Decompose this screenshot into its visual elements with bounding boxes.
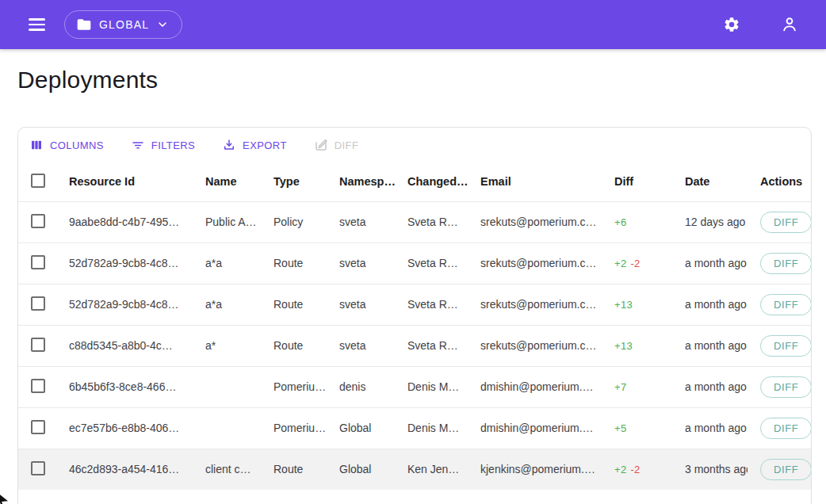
row-diff-button[interactable]: DIFF bbox=[760, 294, 811, 315]
column-header-name[interactable]: Name bbox=[193, 162, 261, 201]
row-diff-button[interactable]: DIFF bbox=[760, 418, 811, 439]
filters-button[interactable]: FILTERS bbox=[131, 138, 195, 152]
cell-changed-by: Denis M… bbox=[395, 366, 468, 407]
cell-diff: +5 bbox=[602, 407, 672, 449]
diff-added: +5 bbox=[614, 422, 626, 434]
table-row[interactable]: 9aabe8dd-c4b7-495… Public A… Policy svet… bbox=[18, 201, 811, 242]
cell-type: Pomeriu… bbox=[261, 366, 327, 407]
table-header-row: Resource Id Name Type Namesp… Changed… E… bbox=[18, 162, 811, 201]
cell-actions: DIFF bbox=[748, 407, 811, 449]
cell-namespace: denis bbox=[327, 366, 395, 407]
table-row[interactable]: 6b45b6f3-8ce8-466… Pomeriu… denis Denis … bbox=[18, 366, 811, 407]
edit-diff-icon bbox=[314, 138, 328, 152]
cell-email: srekuts@pomerium.c… bbox=[468, 201, 602, 242]
cell-diff: +13 bbox=[602, 284, 672, 325]
diff-added: +13 bbox=[614, 299, 633, 311]
menu-icon bbox=[29, 18, 45, 31]
cell-actions: DIFF bbox=[748, 449, 811, 490]
columns-button[interactable]: COLUMNS bbox=[29, 138, 104, 152]
table-row[interactable]: 46c2d893-a454-416… client c… Route Globa… bbox=[18, 449, 811, 490]
cell-resource-id: c88d5345-a8b0-4c… bbox=[56, 325, 193, 366]
diff-added: +13 bbox=[614, 340, 633, 352]
cell-date: a month ago bbox=[672, 284, 748, 325]
cell-name bbox=[193, 366, 261, 407]
cell-name: a* bbox=[193, 325, 261, 366]
account-button[interactable] bbox=[775, 10, 804, 39]
cell-diff: +13 bbox=[602, 325, 672, 366]
row-diff-button[interactable]: DIFF bbox=[760, 335, 811, 357]
column-header-date[interactable]: Date bbox=[672, 162, 748, 201]
row-diff-button[interactable]: DIFF bbox=[760, 376, 811, 398]
cell-type: Pomeriu… bbox=[261, 407, 327, 449]
cell-actions: DIFF bbox=[748, 201, 811, 242]
row-diff-button[interactable]: DIFF bbox=[760, 253, 811, 274]
cell-resource-id: 52d782a9-9cb8-4c8… bbox=[56, 284, 193, 325]
menu-button[interactable] bbox=[24, 13, 50, 36]
export-button[interactable]: EXPORT bbox=[222, 138, 287, 152]
cell-date: a month ago bbox=[672, 407, 748, 449]
row-checkbox[interactable] bbox=[31, 255, 45, 269]
page-title: Deployments bbox=[17, 67, 809, 94]
row-checkbox[interactable] bbox=[31, 379, 45, 393]
cell-namespace: Global bbox=[327, 407, 395, 449]
column-header-type[interactable]: Type bbox=[261, 162, 327, 201]
settings-button[interactable] bbox=[718, 11, 745, 38]
cell-diff: +2-2 bbox=[602, 242, 672, 284]
cell-name: Public A… bbox=[193, 201, 261, 242]
table-row[interactable]: 52d782a9-9cb8-4c8… a*a Route sveta Sveta… bbox=[18, 284, 811, 325]
column-header-diff[interactable]: Diff bbox=[602, 162, 672, 201]
select-all-checkbox[interactable] bbox=[31, 174, 45, 188]
cell-date: a month ago bbox=[672, 366, 748, 407]
folder-icon bbox=[76, 17, 92, 32]
filter-icon bbox=[131, 138, 145, 152]
diff-added: +6 bbox=[614, 216, 626, 228]
column-header-changed-by[interactable]: Changed… bbox=[395, 162, 468, 201]
column-header-namespace[interactable]: Namesp… bbox=[327, 162, 395, 201]
row-checkbox[interactable] bbox=[31, 296, 45, 311]
cell-type: Route bbox=[261, 325, 327, 366]
filters-button-label: FILTERS bbox=[151, 139, 195, 151]
download-icon bbox=[222, 138, 236, 152]
diff-toolbar-button-label: DIFF bbox=[335, 139, 358, 151]
gear-icon bbox=[723, 16, 740, 33]
table-row[interactable]: 52d782a9-9cb8-4c8… a*a Route sveta Sveta… bbox=[18, 242, 811, 284]
grid-toolbar: COLUMNS FILTERS EXPORT DIFF bbox=[18, 128, 811, 162]
cell-actions: DIFF bbox=[748, 366, 811, 407]
namespace-label: GLOBAL bbox=[99, 18, 149, 31]
diff-added: +2 bbox=[614, 258, 626, 269]
columns-icon bbox=[29, 138, 44, 152]
row-checkbox[interactable] bbox=[31, 420, 45, 434]
cell-namespace: sveta bbox=[327, 284, 395, 325]
row-diff-button[interactable]: DIFF bbox=[760, 212, 811, 233]
cell-changed-by: Sveta R… bbox=[395, 284, 468, 325]
namespace-selector[interactable]: GLOBAL bbox=[64, 10, 182, 39]
diff-toolbar-button[interactable]: DIFF bbox=[314, 138, 358, 152]
row-checkbox[interactable] bbox=[31, 338, 45, 352]
columns-button-label: COLUMNS bbox=[50, 139, 104, 151]
cell-actions: DIFF bbox=[748, 284, 811, 325]
column-header-resource-id[interactable]: Resource Id bbox=[56, 162, 193, 201]
cell-name bbox=[193, 407, 261, 449]
cell-namespace: Global bbox=[327, 449, 395, 490]
cell-resource-id: 46c2d893-a454-416… bbox=[56, 449, 193, 490]
cell-changed-by: Sveta R… bbox=[395, 242, 468, 284]
cell-email: dmishin@pomerium.… bbox=[468, 407, 602, 449]
column-header-email[interactable]: Email bbox=[468, 162, 602, 201]
cell-email: kjenkins@pomerium.… bbox=[468, 449, 602, 490]
row-checkbox[interactable] bbox=[31, 461, 45, 475]
cell-changed-by: Sveta R… bbox=[395, 201, 468, 242]
table-row[interactable]: ec7e57b6-e8b8-406… Pomeriu… Global Denis… bbox=[18, 407, 811, 449]
cell-actions: DIFF bbox=[748, 325, 811, 366]
deployments-table: Resource Id Name Type Namesp… Changed… E… bbox=[18, 162, 811, 490]
table-row[interactable]: c88d5345-a8b0-4c… a* Route sveta Sveta R… bbox=[18, 325, 811, 366]
row-checkbox[interactable] bbox=[31, 214, 45, 228]
export-button-label: EXPORT bbox=[243, 139, 287, 151]
column-header-actions[interactable]: Actions bbox=[748, 162, 811, 201]
row-diff-button[interactable]: DIFF bbox=[760, 459, 811, 480]
cell-type: Route bbox=[261, 449, 327, 490]
diff-added: +2 bbox=[614, 464, 626, 475]
cell-email: srekuts@pomerium.c… bbox=[468, 284, 602, 325]
cell-date: a month ago bbox=[672, 325, 748, 366]
person-icon bbox=[780, 15, 799, 34]
cell-diff: +7 bbox=[602, 366, 672, 407]
